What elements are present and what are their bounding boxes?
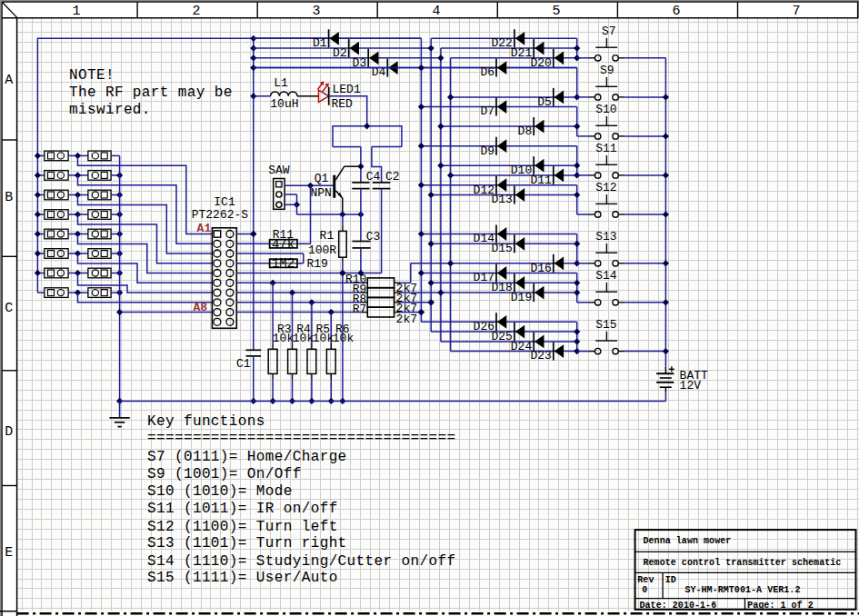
svg-text:0: 0 xyxy=(642,585,647,595)
svg-text:C1: C1 xyxy=(236,357,251,371)
svg-text:R19: R19 xyxy=(306,257,327,271)
svg-text:A1: A1 xyxy=(197,222,212,235)
svg-text:S7 (0111)= Home/Charge: S7 (0111)= Home/Charge xyxy=(147,449,347,465)
svg-text:PT2262-S: PT2262-S xyxy=(192,208,249,222)
svg-text:B: B xyxy=(5,190,13,205)
svg-text:1: 1 xyxy=(72,4,80,19)
svg-text:S9 (1001)= On/Off: S9 (1001)= On/Off xyxy=(147,466,302,482)
svg-text:S11: S11 xyxy=(595,142,617,155)
svg-text:A8: A8 xyxy=(194,301,208,314)
svg-text:Denna lawn mower: Denna lawn mower xyxy=(644,536,732,546)
svg-text:D8: D8 xyxy=(518,124,533,138)
svg-text:S10 (1010)= Mode: S10 (1010)= Mode xyxy=(147,483,293,500)
svg-text:S12 (1100)= Turn left: S12 (1100)= Turn left xyxy=(147,519,338,535)
svg-text:S9: S9 xyxy=(600,64,614,77)
svg-text:D22: D22 xyxy=(491,36,512,50)
svg-text:D11: D11 xyxy=(530,174,552,187)
svg-text:SY-HM-RMT001-A VER1.2: SY-HM-RMT001-A VER1.2 xyxy=(684,585,800,595)
svg-text:L1: L1 xyxy=(274,76,288,90)
svg-text:S15 (1111)= User/Auto: S15 (1111)= User/Auto xyxy=(147,570,338,586)
svg-text:D16: D16 xyxy=(530,262,551,275)
svg-text:S14: S14 xyxy=(595,269,617,283)
svg-text:S11 (1011)= IR on/off: S11 (1011)= IR on/off xyxy=(147,501,338,517)
svg-text:2k7: 2k7 xyxy=(396,313,417,326)
svg-text:NPN: NPN xyxy=(310,186,331,200)
svg-text:LED1: LED1 xyxy=(333,83,361,96)
svg-text:Key functions: Key functions xyxy=(147,413,265,430)
svg-text:5: 5 xyxy=(552,4,560,19)
svg-text:ID: ID xyxy=(665,575,676,585)
svg-text:S7: S7 xyxy=(602,25,616,38)
svg-text:SAW: SAW xyxy=(268,164,290,177)
svg-text:Q1: Q1 xyxy=(315,172,329,185)
svg-text:D20: D20 xyxy=(530,56,551,70)
svg-text:C4: C4 xyxy=(366,170,381,184)
svg-text:C: C xyxy=(5,301,13,316)
svg-text:D10: D10 xyxy=(511,164,532,177)
svg-text:==============================: ================================== xyxy=(147,430,455,446)
svg-text:A: A xyxy=(5,73,13,88)
svg-text:C2: C2 xyxy=(385,170,400,184)
svg-text:10k: 10k xyxy=(313,332,335,345)
svg-text:S14 (1110)= Studying/Cutter on: S14 (1110)= Studying/Cutter on/off xyxy=(147,553,455,570)
svg-text:R1: R1 xyxy=(320,229,335,243)
svg-text:D: D xyxy=(5,424,13,440)
svg-text:C3: C3 xyxy=(366,230,381,243)
svg-text:NOTE!: NOTE! xyxy=(69,67,115,84)
svg-text:Rev: Rev xyxy=(637,575,654,585)
svg-text:D21: D21 xyxy=(511,46,533,60)
svg-text:RED: RED xyxy=(332,97,354,111)
svg-text:3: 3 xyxy=(312,4,320,19)
svg-text:The RF part may be: The RF part may be xyxy=(69,84,233,101)
svg-text:D23: D23 xyxy=(530,349,551,363)
svg-text:R11: R11 xyxy=(273,228,295,242)
svg-text:6: 6 xyxy=(672,4,680,19)
svg-text:10uH: 10uH xyxy=(270,97,298,111)
svg-text:D25: D25 xyxy=(491,330,512,343)
svg-text:7: 7 xyxy=(792,4,800,19)
svg-text:4: 4 xyxy=(432,4,440,19)
svg-text:S13 (1101)= Turn right: S13 (1101)= Turn right xyxy=(147,535,347,551)
svg-text:12V: 12V xyxy=(680,379,702,392)
svg-text:Page: 1 of 2: Page: 1 of 2 xyxy=(747,601,814,611)
svg-text:2: 2 xyxy=(192,4,200,19)
svg-text:100R: 100R xyxy=(308,243,336,257)
svg-text:10k: 10k xyxy=(293,332,315,345)
svg-text:D24: D24 xyxy=(511,340,533,353)
svg-text:S12: S12 xyxy=(595,181,616,194)
svg-text:D9: D9 xyxy=(480,144,494,158)
svg-text:R7: R7 xyxy=(353,303,367,316)
svg-text:E: E xyxy=(5,545,13,561)
svg-text:Remote control transmitter sch: Remote control transmitter schematic xyxy=(644,558,842,568)
svg-text:S13: S13 xyxy=(595,230,616,243)
svg-text:10k: 10k xyxy=(333,332,355,345)
svg-text:D19: D19 xyxy=(511,291,532,304)
svg-text:S10: S10 xyxy=(595,103,616,116)
svg-text:D6: D6 xyxy=(480,65,494,79)
svg-text:D15: D15 xyxy=(491,242,512,255)
svg-text:Date: 2010-1-6: Date: 2010-1-6 xyxy=(640,601,717,611)
svg-text:S15: S15 xyxy=(595,318,616,332)
svg-text:D5: D5 xyxy=(537,95,552,109)
svg-text:10k: 10k xyxy=(273,332,295,345)
svg-text:D13: D13 xyxy=(491,193,512,206)
svg-text:D18: D18 xyxy=(491,281,512,294)
svg-text:D7: D7 xyxy=(480,104,494,118)
svg-text:miswired.: miswired. xyxy=(69,102,151,118)
